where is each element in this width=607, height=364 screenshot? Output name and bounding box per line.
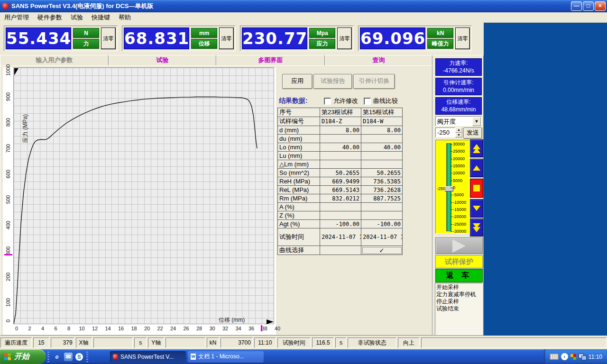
clear-button-应力[interactable]: 清零 bbox=[337, 27, 352, 49]
clear-button-力[interactable]: 清零 bbox=[101, 27, 116, 49]
row-value1-1[interactable]: 8.00 bbox=[320, 126, 361, 135]
channel-button-力[interactable]: 力 bbox=[73, 39, 99, 49]
row-value2-2[interactable] bbox=[361, 135, 403, 143]
apply-button[interactable]: 应用 bbox=[282, 74, 313, 89]
valve-opening-value: 阀开度 bbox=[437, 118, 456, 126]
clear-button-峰值力[interactable]: 清零 bbox=[455, 27, 470, 49]
row-value2-5[interactable] bbox=[361, 160, 403, 169]
task-button-sans[interactable]: SANS PowerTest V... bbox=[110, 351, 186, 363]
y-axis-label: Y轴 bbox=[148, 337, 164, 348]
unit-button-N[interactable]: N bbox=[73, 28, 99, 38]
row-value2-10[interactable] bbox=[361, 203, 403, 211]
tab-3[interactable]: 查询 bbox=[325, 55, 432, 66]
row-value1-14[interactable] bbox=[320, 246, 361, 255]
row-label-5: △Lm (mm) bbox=[278, 160, 320, 169]
tab-0[interactable]: 输入用户参数 bbox=[0, 55, 109, 66]
row-value1-6[interactable]: 50.2655 bbox=[320, 169, 361, 177]
valve-opening-combobox[interactable]: 阀开度 ▼ bbox=[435, 116, 482, 126]
chevron-left-icon[interactable]: ‹ bbox=[561, 353, 568, 360]
menu-item-3[interactable]: 快捷键 bbox=[87, 12, 114, 23]
play-icon bbox=[452, 239, 466, 253]
ie-icon[interactable]: e bbox=[53, 353, 61, 361]
allow-edit-checkbox-box[interactable] bbox=[324, 98, 331, 105]
valve-slider-thumb[interactable] bbox=[444, 186, 453, 191]
row-value1-3[interactable]: 40.00 bbox=[320, 143, 361, 152]
row-value1-7[interactable]: 669.9499 bbox=[320, 177, 361, 186]
row-value2-8[interactable]: 736.2628 bbox=[361, 186, 403, 194]
run-button[interactable] bbox=[435, 237, 483, 254]
channel-button-位移[interactable]: 位移 bbox=[191, 39, 217, 49]
curve-compare-checkbox[interactable]: 曲线比较 bbox=[364, 97, 398, 105]
specimen-protect-button[interactable]: 试样保护 bbox=[435, 255, 483, 268]
slider-tickmark-20000 bbox=[451, 159, 452, 159]
row-value1-9[interactable]: 832.0212 bbox=[320, 194, 361, 203]
stop-button[interactable] bbox=[470, 179, 483, 198]
row-value1-11[interactable] bbox=[320, 211, 361, 220]
channel-button-应力[interactable]: 应力 bbox=[309, 39, 335, 49]
row-value1-8[interactable]: 669.5143 bbox=[320, 186, 361, 194]
row-value1-10[interactable] bbox=[320, 203, 361, 211]
row-value1-2[interactable] bbox=[320, 135, 361, 143]
slider-tickmark-30000 bbox=[451, 144, 452, 145]
tab-1[interactable]: 试验 bbox=[109, 55, 216, 66]
sample-count: 3700 bbox=[221, 337, 253, 348]
row-value2-12[interactable]: -100.00 bbox=[361, 220, 403, 228]
unit-button-kN[interactable]: kN bbox=[427, 28, 453, 38]
row-value1-13[interactable]: 2024-11-07 10:30:58 bbox=[320, 228, 361, 246]
results-table[interactable]: 序号第23根试样第15根试样试样编号D184-ZD184-Wd (mm)8.00… bbox=[277, 108, 403, 255]
buffer-count: 379 bbox=[51, 337, 74, 348]
menu-item-0[interactable]: 用户管理 bbox=[0, 12, 33, 23]
row-value1-12[interactable]: -100.00 bbox=[320, 220, 361, 228]
row-value2-11[interactable] bbox=[361, 211, 403, 220]
fast-down-button[interactable] bbox=[470, 218, 483, 237]
channel-button-峰值力[interactable]: 峰值力 bbox=[427, 39, 453, 49]
word-doc-icon: W bbox=[191, 354, 196, 360]
clear-button-位移[interactable]: 清零 bbox=[219, 27, 234, 49]
extensometer-switch-button[interactable]: 引伸计切换 bbox=[353, 74, 395, 89]
y-tick-1000: 1000 bbox=[5, 66, 11, 76]
network-icon[interactable] bbox=[579, 354, 586, 360]
down-button[interactable] bbox=[470, 199, 483, 218]
row-value2-3[interactable]: 40.00 bbox=[361, 143, 403, 152]
spinner-up-icon[interactable]: ▲ bbox=[455, 127, 462, 133]
row-value2-7[interactable]: 736.5385 bbox=[361, 177, 403, 186]
spinner-down-icon[interactable]: ▼ bbox=[455, 133, 462, 138]
row-value2-6[interactable]: 50.2655 bbox=[361, 169, 403, 177]
valve-spinner-input[interactable]: -250 bbox=[435, 127, 455, 137]
table-row-12: Agt (%)-100.00-100.00 bbox=[278, 220, 403, 228]
return-carriage-button[interactable]: 返 车 bbox=[435, 269, 483, 282]
menu-item-4[interactable]: 帮助 bbox=[114, 12, 135, 23]
event-log-list[interactable]: 开始采样定力衰减率停机停止采样试验结束 bbox=[435, 283, 482, 335]
language-bar-icon[interactable] bbox=[570, 354, 576, 360]
tab-2[interactable]: 多图界面 bbox=[216, 55, 325, 66]
menu-item-2[interactable]: 试验 bbox=[66, 12, 87, 23]
row-value2-0[interactable]: D184-W bbox=[361, 117, 403, 126]
row-value2-9[interactable]: 887.7525 bbox=[361, 194, 403, 203]
row-value2-4[interactable] bbox=[361, 152, 403, 160]
task-button-word[interactable]: W 文档 1 - Microso... bbox=[188, 351, 264, 363]
allow-edit-checkbox[interactable]: 允许修改 bbox=[324, 97, 358, 105]
row-value1-4[interactable] bbox=[320, 152, 361, 160]
maximize-button[interactable]: □ bbox=[583, 1, 594, 11]
start-button[interactable]: 开始 bbox=[0, 349, 46, 364]
test-report-button[interactable]: 试验报告 bbox=[313, 74, 352, 89]
up-button[interactable] bbox=[470, 159, 483, 177]
x-tick-6: 6 bbox=[50, 326, 62, 331]
curve-compare-checkbox-box[interactable] bbox=[364, 98, 371, 105]
close-button[interactable]: × bbox=[595, 1, 606, 11]
fast-up-button[interactable] bbox=[470, 139, 483, 157]
row-value2-14[interactable]: ✓ bbox=[361, 246, 403, 255]
keyboard-icon[interactable] bbox=[550, 354, 559, 360]
row-value1-0[interactable]: D184-Z bbox=[320, 117, 361, 126]
row-value2-1[interactable]: 8.00 bbox=[361, 126, 403, 135]
minimize-button[interactable]: — bbox=[571, 1, 582, 11]
row-value2-13[interactable]: 2024-11-07 10:47:46 bbox=[361, 228, 403, 246]
unit-button-Mpa[interactable]: Mpa bbox=[309, 28, 335, 38]
unit-button-mm[interactable]: mm bbox=[191, 28, 217, 38]
send-button[interactable]: 发送 bbox=[463, 127, 482, 139]
skype-icon[interactable]: S bbox=[75, 353, 83, 361]
menu-item-1[interactable]: 硬件参数 bbox=[33, 12, 66, 23]
messenger-icon[interactable]: ✉ bbox=[64, 353, 73, 361]
chevron-down-icon[interactable]: ▼ bbox=[472, 117, 481, 126]
row-value1-5[interactable] bbox=[320, 160, 361, 169]
